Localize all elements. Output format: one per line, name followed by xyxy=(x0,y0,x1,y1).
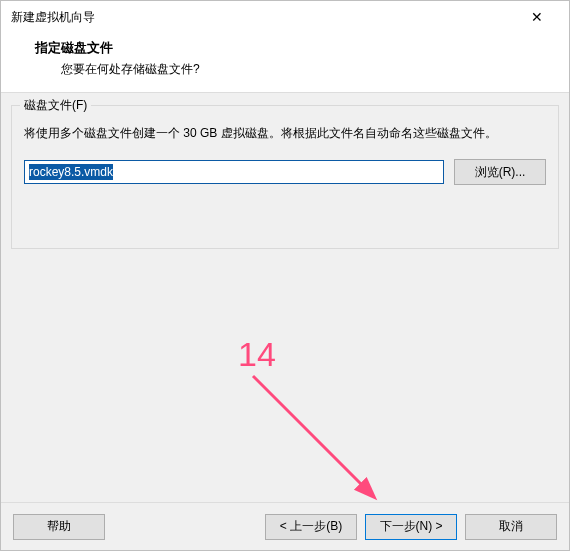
page-title: 指定磁盘文件 xyxy=(17,39,553,57)
annotation-number: 14 xyxy=(238,335,276,374)
help-button[interactable]: 帮助 xyxy=(13,514,105,540)
dialog-window: 新建虚拟机向导 ✕ 指定磁盘文件 您要在何处存储磁盘文件? 磁盘文件(F) 将使… xyxy=(0,0,570,551)
close-icon[interactable]: ✕ xyxy=(515,2,559,32)
browse-button[interactable]: 浏览(R)... xyxy=(454,159,546,185)
group-description: 将使用多个磁盘文件创建一个 30 GB 虚拟磁盘。将根据此文件名自动命名这些磁盘… xyxy=(24,124,546,143)
footer: 帮助 < 上一步(B) 下一步(N) > 取消 xyxy=(1,502,569,550)
back-button[interactable]: < 上一步(B) xyxy=(265,514,357,540)
content-area: 磁盘文件(F) 将使用多个磁盘文件创建一个 30 GB 虚拟磁盘。将根据此文件名… xyxy=(1,93,569,512)
disk-path-value: rockey8.5.vmdk xyxy=(29,164,113,180)
disk-file-group: 磁盘文件(F) 将使用多个磁盘文件创建一个 30 GB 虚拟磁盘。将根据此文件名… xyxy=(11,105,559,249)
next-button[interactable]: 下一步(N) > xyxy=(365,514,457,540)
cancel-button[interactable]: 取消 xyxy=(465,514,557,540)
file-row: rockey8.5.vmdk 浏览(R)... xyxy=(24,159,546,185)
group-title: 磁盘文件(F) xyxy=(20,97,91,114)
wizard-header: 指定磁盘文件 您要在何处存储磁盘文件? xyxy=(1,33,569,93)
titlebar: 新建虚拟机向导 ✕ xyxy=(1,1,569,33)
page-subtitle: 您要在何处存储磁盘文件? xyxy=(17,61,553,78)
disk-path-input[interactable]: rockey8.5.vmdk xyxy=(24,160,444,184)
window-title: 新建虚拟机向导 xyxy=(11,9,515,26)
